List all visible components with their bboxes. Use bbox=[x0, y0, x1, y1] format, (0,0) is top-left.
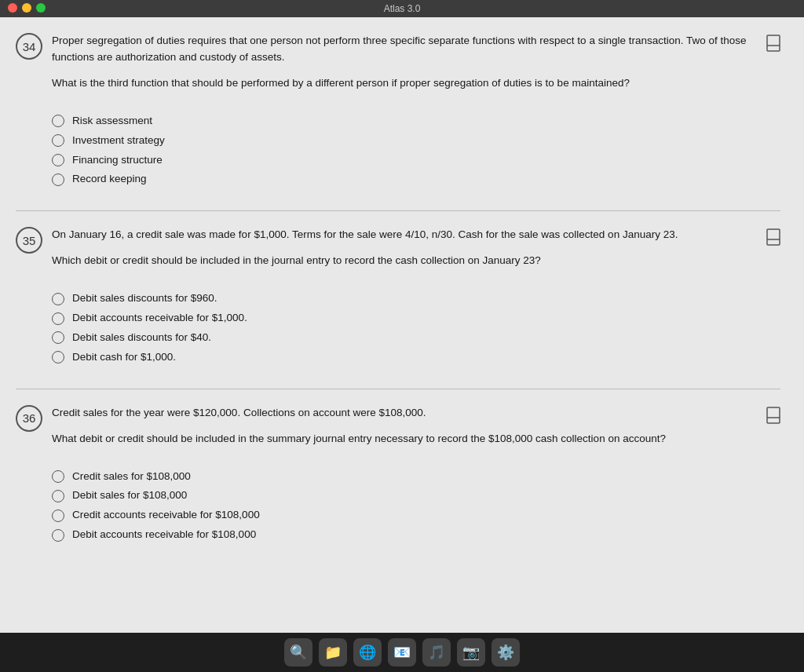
maximize-button[interactable] bbox=[36, 3, 46, 13]
question-block-34: 34 Proper segregation of duties requires… bbox=[16, 33, 780, 187]
radio-35-2[interactable] bbox=[52, 331, 64, 344]
option-label-34-1: Investment strategy bbox=[72, 133, 165, 148]
taskbar-item-6[interactable]: 📷 bbox=[457, 638, 485, 667]
option-label-34-2: Financing structure bbox=[72, 153, 163, 168]
question-text-34: Proper segregation of duties requires th… bbox=[52, 33, 758, 103]
option-36-3[interactable]: Debit accounts receivable for $108,000 bbox=[52, 528, 780, 542]
option-36-2[interactable]: Credit accounts receivable for $108,000 bbox=[52, 508, 780, 523]
question-header-34: 34 Proper segregation of duties requires… bbox=[16, 33, 780, 103]
question-prompt-36: What debit or credit should be included … bbox=[52, 431, 758, 447]
question-number-36: 36 bbox=[16, 405, 42, 432]
question-number-34: 34 bbox=[16, 33, 42, 60]
option-34-1[interactable]: Investment strategy bbox=[52, 133, 780, 148]
window-controls[interactable] bbox=[8, 3, 46, 13]
radio-35-3[interactable] bbox=[52, 351, 64, 363]
radio-35-0[interactable] bbox=[52, 293, 64, 305]
options-list-34: Risk assessment Investment strategy Fina… bbox=[52, 114, 780, 188]
radio-34-2[interactable] bbox=[52, 154, 64, 166]
main-content: 34 Proper segregation of duties requires… bbox=[0, 17, 804, 633]
option-label-36-3: Debit accounts receivable for $108,000 bbox=[72, 528, 256, 542]
option-36-1[interactable]: Debit sales for $108,000 bbox=[52, 488, 780, 503]
question-number-35: 35 bbox=[16, 227, 42, 254]
option-35-0[interactable]: Debit sales discounts for $960. bbox=[52, 291, 780, 306]
option-label-34-0: Risk assessment bbox=[72, 114, 152, 129]
taskbar-item-7[interactable]: ⚙️ bbox=[492, 638, 520, 667]
option-label-35-0: Debit sales discounts for $960. bbox=[72, 291, 217, 306]
question-intro-34: Proper segregation of duties requires th… bbox=[52, 33, 758, 66]
bookmark-icon-34[interactable] bbox=[766, 35, 780, 52]
option-35-1[interactable]: Debit accounts receivable for $1,000. bbox=[52, 311, 780, 326]
taskbar: 🔍 📁 🌐 📧 🎵 📷 ⚙️ bbox=[0, 633, 804, 672]
radio-36-1[interactable] bbox=[52, 490, 64, 502]
option-label-36-0: Credit sales for $108,000 bbox=[72, 469, 191, 484]
options-list-35: Debit sales discounts for $960. Debit ac… bbox=[52, 291, 780, 365]
svg-rect-4 bbox=[767, 407, 780, 423]
option-label-34-3: Record keeping bbox=[72, 172, 147, 187]
taskbar-item-2[interactable]: 📁 bbox=[319, 638, 347, 667]
taskbar-item-5[interactable]: 🎵 bbox=[422, 638, 451, 667]
title-bar: Atlas 3.0 bbox=[0, 0, 804, 17]
option-34-2[interactable]: Financing structure bbox=[52, 153, 780, 168]
taskbar-item-1[interactable]: 🔍 bbox=[284, 638, 312, 667]
question-prompt-34: What is the third function that should b… bbox=[52, 75, 758, 92]
option-34-3[interactable]: Record keeping bbox=[52, 172, 780, 187]
radio-34-0[interactable] bbox=[52, 115, 64, 127]
taskbar-item-3[interactable]: 🌐 bbox=[353, 638, 382, 667]
question-intro-36: Credit sales for the year were $120,000.… bbox=[52, 405, 758, 422]
divider-2 bbox=[16, 389, 780, 389]
question-prompt-35: Which debit or credit should be included… bbox=[52, 253, 758, 269]
divider-1 bbox=[16, 210, 780, 211]
option-35-2[interactable]: Debit sales discounts for $40. bbox=[52, 331, 780, 345]
question-text-35: On January 16, a credit sale was made fo… bbox=[52, 227, 758, 280]
content-area: 34 Proper segregation of duties requires… bbox=[0, 17, 804, 633]
radio-34-1[interactable] bbox=[52, 134, 64, 147]
option-label-35-2: Debit sales discounts for $40. bbox=[72, 331, 211, 345]
question-block-35: 35 On January 16, a credit sale was made… bbox=[16, 227, 780, 364]
question-intro-35: On January 16, a credit sale was made fo… bbox=[52, 227, 758, 243]
options-list-36: Credit sales for $108,000 Debit sales fo… bbox=[52, 469, 780, 543]
question-block-36: 36 Credit sales for the year were $120,0… bbox=[16, 405, 780, 542]
radio-36-2[interactable] bbox=[52, 509, 64, 522]
question-text-36: Credit sales for the year were $120,000.… bbox=[52, 405, 758, 458]
svg-rect-2 bbox=[767, 229, 780, 245]
close-button[interactable] bbox=[8, 3, 17, 13]
minimize-button[interactable] bbox=[22, 3, 31, 13]
svg-rect-0 bbox=[767, 35, 780, 51]
option-label-35-3: Debit cash for $1,000. bbox=[72, 350, 176, 365]
bookmark-icon-35[interactable] bbox=[766, 228, 780, 246]
taskbar-item-4[interactable]: 📧 bbox=[388, 638, 416, 667]
question-header-36: 36 Credit sales for the year were $120,0… bbox=[16, 405, 780, 458]
radio-36-3[interactable] bbox=[52, 529, 64, 542]
option-label-35-1: Debit accounts receivable for $1,000. bbox=[72, 311, 247, 326]
app-title: Atlas 3.0 bbox=[384, 3, 421, 14]
option-label-36-1: Debit sales for $108,000 bbox=[72, 488, 187, 503]
radio-35-1[interactable] bbox=[52, 312, 64, 325]
radio-34-3[interactable] bbox=[52, 173, 64, 186]
option-36-0[interactable]: Credit sales for $108,000 bbox=[52, 469, 780, 484]
radio-36-0[interactable] bbox=[52, 470, 64, 483]
option-label-36-2: Credit accounts receivable for $108,000 bbox=[72, 508, 260, 523]
option-34-0[interactable]: Risk assessment bbox=[52, 114, 780, 129]
bookmark-icon-36[interactable] bbox=[766, 407, 780, 424]
option-35-3[interactable]: Debit cash for $1,000. bbox=[52, 350, 780, 365]
question-header-35: 35 On January 16, a credit sale was made… bbox=[16, 227, 780, 280]
